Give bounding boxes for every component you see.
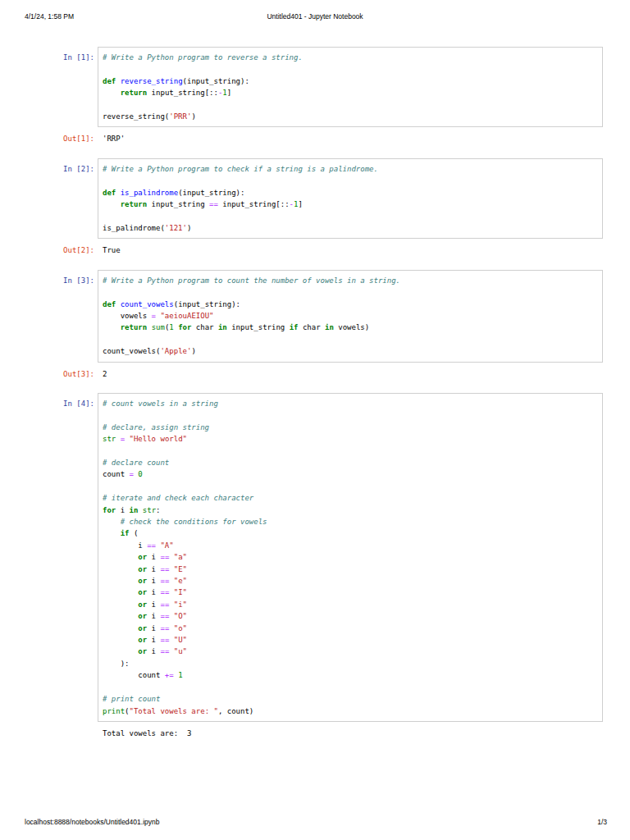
output-prompt: Out[1]: — [23, 133, 98, 144]
code-editor[interactable]: # Write a Python program to count the nu… — [98, 270, 603, 363]
output-result-text: 2 — [98, 368, 107, 380]
print-title: Untitled401 - Jupyter Notebook — [267, 12, 363, 21]
print-datetime: 4/1/24, 1:58 PM — [25, 12, 74, 21]
code-cell: In [2]:# Write a Python program to check… — [23, 158, 603, 257]
input-prompt: In [1]: — [23, 47, 98, 63]
input-prompt: In [2]: — [23, 158, 98, 175]
print-url: localhost:8888/notebooks/Untitled401.ipy… — [25, 818, 159, 826]
input-prompt: In [3]: — [23, 270, 98, 286]
code-content: # Write a Python program to check if a s… — [103, 163, 599, 234]
code-editor[interactable]: # Write a Python program to reverse a st… — [98, 47, 603, 127]
code-cell: In [1]:# Write a Python program to rever… — [23, 47, 603, 145]
print-page: 4/1/24, 1:58 PM Untitled401 - Jupyter No… — [0, 0, 630, 840]
code-content: # count vowels in a string # declare, as… — [103, 398, 599, 717]
code-cell: In [3]:# Write a Python program to count… — [23, 270, 603, 380]
code-editor[interactable]: # Write a Python program to check if a s… — [98, 158, 603, 239]
code-content: # Write a Python program to reverse a st… — [103, 52, 599, 122]
code-cell: In [4]:# count vowels in a string # decl… — [23, 393, 603, 739]
print-footer: localhost:8888/notebooks/Untitled401.ipy… — [25, 818, 607, 826]
output-prompt: Out[3]: — [23, 368, 98, 380]
input-prompt: In [4]: — [23, 393, 98, 409]
print-header: 4/1/24, 1:58 PM Untitled401 - Jupyter No… — [25, 12, 605, 21]
output-result-text: 'RRP' — [98, 133, 125, 144]
print-page-number: 1/3 — [597, 818, 607, 826]
output-result-text: True — [98, 244, 121, 256]
output-prompt: Out[2]: — [23, 244, 98, 256]
code-content: # Write a Python program to count the nu… — [103, 275, 599, 358]
notebook: In [1]:# Write a Python program to rever… — [23, 47, 603, 752]
code-editor[interactable]: # count vowels in a string # declare, as… — [98, 393, 603, 722]
output-stream-text: Total vowels are: 3 — [98, 728, 191, 739]
